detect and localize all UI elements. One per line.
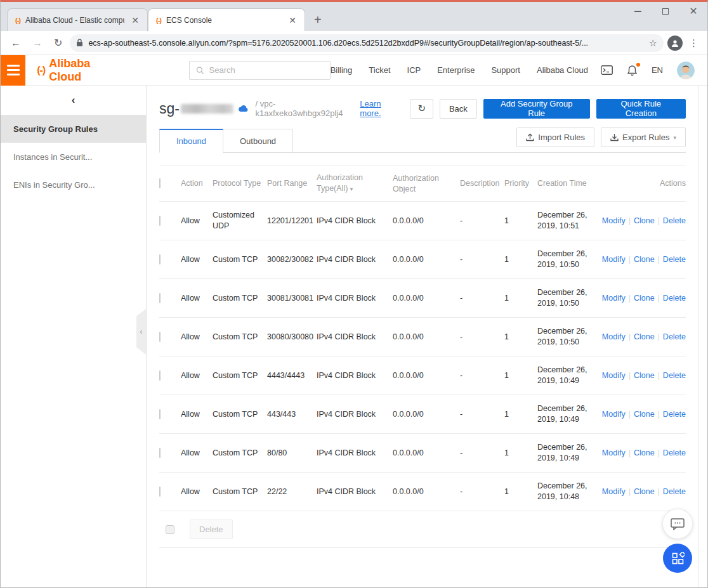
cell-authorization-type: IPv4 CIDR Block	[317, 487, 393, 497]
modify-link[interactable]: Modify	[602, 410, 626, 419]
topnav-menu-item[interactable]: Enterprise	[437, 65, 475, 75]
row-checkbox[interactable]	[159, 293, 161, 303]
row-checkbox[interactable]	[159, 487, 161, 497]
sidebar-item[interactable]: ENIs in Security Gro...	[1, 171, 146, 199]
add-security-group-rule-button[interactable]: Add Security Group Rule	[483, 99, 590, 119]
close-button[interactable]: ✕	[679, 2, 707, 21]
panel-collapse-handle[interactable]: ‹	[136, 309, 146, 355]
cell-action: Allow	[181, 409, 213, 420]
modify-link[interactable]: Modify	[602, 448, 626, 457]
cell-authorization-type: IPv4 CIDR Block	[317, 332, 393, 343]
browser-profile-icon[interactable]	[667, 36, 683, 51]
row-checkbox[interactable]	[159, 216, 161, 226]
console-search[interactable]	[189, 61, 331, 80]
delete-link[interactable]: Delete	[663, 448, 686, 457]
clone-link[interactable]: Clone	[634, 216, 655, 225]
cell-creation-time: December 26, 2019, 10:48	[537, 481, 601, 502]
cell-creation-time: December 26, 2019, 10:49	[537, 365, 601, 386]
browser-tab-inactive[interactable]: (-) Alibaba Cloud - Elastic computing ✕	[7, 8, 148, 31]
sidebar-collapse-button[interactable]: ‹	[1, 86, 146, 115]
quick-rule-creation-button[interactable]: Quick Rule Creation	[596, 99, 686, 119]
row-checkbox[interactable]	[159, 254, 161, 265]
modify-link[interactable]: Modify	[602, 371, 626, 380]
rule-direction-tabs: Inbound Outbound Import Rules	[159, 127, 686, 153]
maximize-button[interactable]	[652, 2, 679, 21]
col-creation-time: Creation Time	[537, 178, 601, 189]
modify-link[interactable]: Modify	[602, 294, 626, 303]
clone-link[interactable]: Clone	[634, 448, 655, 457]
back-nav-icon[interactable]: ←	[7, 37, 25, 49]
clone-link[interactable]: Clone	[634, 255, 655, 264]
tab-close-icon[interactable]: ✕	[129, 15, 141, 25]
cell-creation-time: December 26, 2019, 10:50	[537, 249, 601, 270]
delete-link[interactable]: Delete	[663, 255, 686, 264]
tab-close-icon[interactable]: ✕	[287, 15, 298, 25]
topnav-menu-item[interactable]: ICP	[407, 65, 421, 75]
alibaba-cloud-logo[interactable]: (-) Alibaba Cloud	[37, 57, 107, 84]
cell-creation-time: December 26, 2019, 10:50	[537, 287, 601, 309]
search-input[interactable]	[209, 65, 324, 75]
batch-delete-button[interactable]: Delete	[190, 519, 233, 539]
hamburger-menu-button[interactable]	[1, 55, 25, 86]
new-tab-button[interactable]: +	[305, 13, 331, 31]
reload-icon[interactable]: ↻	[50, 37, 66, 49]
modify-link[interactable]: Modify	[602, 332, 626, 341]
delete-link[interactable]: Delete	[663, 410, 686, 419]
cell-priority: 1	[504, 487, 537, 497]
clone-link[interactable]: Clone	[634, 410, 655, 419]
export-rules-button[interactable]: Export Rules ▾	[601, 127, 686, 147]
clone-link[interactable]: Clone	[634, 487, 655, 496]
alibaba-logo-icon: (-)	[37, 65, 45, 76]
topnav-menu-item[interactable]: Alibaba Cloud	[537, 65, 588, 75]
edit-name-button[interactable]	[239, 105, 249, 112]
bookmark-star-icon[interactable]: ☆	[649, 37, 657, 49]
forward-nav-icon[interactable]: →	[29, 37, 46, 49]
topnav-menu-item[interactable]: Support	[491, 65, 520, 75]
rule-row: Allow Custom TCP 4443/4443 IPv4 CIDR Blo…	[159, 356, 686, 395]
col-action: Action	[181, 178, 213, 189]
delete-link[interactable]: Delete	[663, 294, 686, 303]
sidebar-item[interactable]: Security Group Rules	[1, 115, 146, 143]
browser-addressbar: ← → ↻ ecs-ap-southeast-5.console.aliyun.…	[1, 31, 707, 55]
clone-link[interactable]: Clone	[634, 371, 655, 380]
apps-grid-icon	[671, 552, 685, 565]
language-selector[interactable]: EN	[652, 65, 663, 75]
modify-link[interactable]: Modify	[602, 487, 626, 496]
row-checkbox[interactable]	[159, 370, 161, 381]
tab-title: ECS Console	[166, 16, 282, 25]
vpc-breadcrumb[interactable]: / vpc-k1axfxeko3whbgx92plj4	[255, 99, 360, 118]
tab-inbound[interactable]: Inbound	[159, 129, 223, 153]
select-all-checkbox[interactable]	[159, 178, 161, 188]
delete-link[interactable]: Delete	[663, 371, 686, 380]
modify-link[interactable]: Modify	[602, 255, 626, 264]
import-rules-button[interactable]: Import Rules	[516, 127, 594, 147]
modify-link[interactable]: Modify	[602, 216, 626, 225]
row-checkbox[interactable]	[159, 332, 161, 342]
delete-link[interactable]: Delete	[663, 487, 686, 496]
rule-row: Allow Custom TCP 80/80 IPv4 CIDR Block 0…	[159, 434, 686, 473]
browser-menu-icon[interactable]: ⋮	[686, 37, 701, 49]
delete-link[interactable]: Delete	[663, 216, 686, 225]
tab-outbound[interactable]: Outbound	[223, 129, 293, 153]
learn-more-link[interactable]: Learn more.	[360, 99, 402, 118]
refresh-button[interactable]: ↻	[410, 99, 433, 119]
browser-tab-active[interactable]: (-) ECS Console ✕	[148, 8, 305, 31]
delete-link[interactable]: Delete	[663, 332, 686, 341]
row-checkbox[interactable]	[159, 448, 161, 458]
topnav-menu-item[interactable]: Ticket	[369, 65, 390, 75]
row-checkbox[interactable]	[159, 409, 161, 419]
sidebar-item[interactable]: Instances in Securit...	[1, 143, 146, 171]
footer-select-all-checkbox[interactable]	[166, 525, 174, 534]
notifications-button[interactable]	[627, 65, 638, 76]
topnav-menu-item[interactable]: Billing	[331, 65, 353, 75]
url-bar[interactable]: ecs-ap-southeast-5.console.aliyun.com/?s…	[70, 34, 664, 52]
clone-link[interactable]: Clone	[634, 294, 655, 303]
back-button[interactable]: Back	[440, 99, 477, 119]
clone-link[interactable]: Clone	[634, 332, 655, 341]
minimize-button[interactable]	[624, 2, 652, 21]
col-authorization-type-filter[interactable]: Authorization Type(All) ▾	[317, 173, 393, 195]
user-avatar[interactable]	[677, 62, 695, 79]
feedback-chat-button[interactable]	[663, 509, 692, 539]
apps-shortcut-button[interactable]	[663, 544, 692, 573]
cloudshell-button[interactable]	[601, 65, 613, 75]
